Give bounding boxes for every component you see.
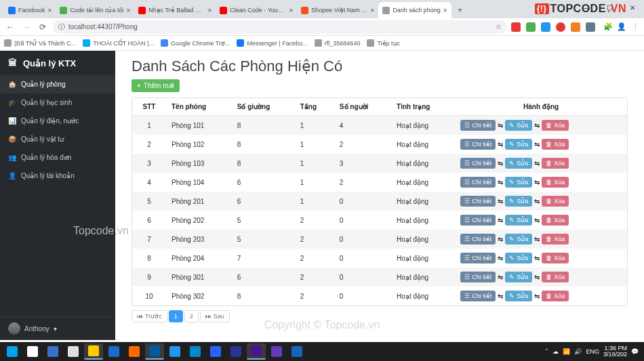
tab-close-icon[interactable]: × (443, 7, 447, 14)
edit-button[interactable]: ✎Sửa (505, 196, 532, 207)
detail-button[interactable]: ☰Chi tiết (460, 120, 496, 131)
taskbar-clock[interactable]: 1:36 PM 3/19/202 (603, 345, 627, 358)
bookmark-item[interactable]: Google Chrome Trợ... (161, 39, 230, 47)
tab-close-icon[interactable]: × (48, 7, 52, 14)
tray-lang-icon[interactable]: ENG (586, 348, 599, 355)
tab-close-icon[interactable]: × (289, 7, 293, 14)
detail-button[interactable]: ☰Chi tiết (460, 196, 496, 207)
delete-button[interactable]: 🗑Xóa (542, 291, 569, 301)
edit-button[interactable]: ✎Sửa (505, 158, 532, 169)
delete-button[interactable]: 🗑Xóa (542, 234, 569, 245)
tray-cloud-icon[interactable]: ☁ (552, 348, 559, 355)
delete-button[interactable]: 🗑Xóa (542, 158, 569, 169)
delete-button[interactable]: 🗑Xóa (542, 139, 569, 150)
edit-button[interactable]: ✎Sửa (505, 272, 532, 282)
pager-page[interactable]: 2 (184, 310, 199, 322)
delete-button[interactable]: 🗑Xóa (542, 120, 569, 131)
browser-tab[interactable]: Facebook× (4, 2, 56, 18)
edit-button[interactable]: ✎Sửa (505, 177, 532, 188)
puzzle-icon[interactable]: 🧩 (603, 22, 613, 31)
detail-button[interactable]: ☰Chi tiết (460, 215, 496, 226)
taskbar-app-ai[interactable] (125, 343, 144, 360)
delete-button[interactable]: 🗑Xóa (542, 253, 569, 263)
browser-tab[interactable]: Code tải lên của tôi× (56, 2, 134, 18)
tray-chevron-up-icon[interactable]: ˄ (545, 348, 548, 355)
browser-tab[interactable]: Shopee Việt Nam | Mua và Bá× (297, 2, 378, 18)
pager-page[interactable]: 1 (169, 310, 183, 322)
tray-notifications-icon[interactable]: 💬 (631, 348, 639, 355)
forward-button[interactable]: → (20, 22, 33, 32)
url-box[interactable]: ⓘ localhost:44307/Phong ☆ (53, 20, 507, 34)
detail-button[interactable]: ☰Chi tiết (460, 253, 496, 263)
taskbar-app-explorer[interactable] (64, 343, 83, 360)
tab-close-icon[interactable]: × (126, 7, 130, 14)
ext-icon[interactable] (526, 22, 536, 32)
app-icon (230, 346, 241, 357)
ext-icon[interactable] (541, 22, 550, 32)
taskbar-app-onenote[interactable] (267, 343, 286, 360)
taskbar-app-start[interactable] (3, 343, 22, 360)
delete-button[interactable]: 🗑Xóa (542, 177, 569, 188)
user-menu[interactable]: Anthony ▾ (0, 316, 115, 340)
sidebar-item[interactable]: 📦Quản lý vật tư (0, 130, 115, 148)
taskbar-app-ps[interactable] (226, 343, 245, 360)
delete-button[interactable]: 🗑Xóa (542, 196, 569, 207)
tab-close-icon[interactable]: × (370, 7, 374, 14)
taskbar-app-task-view[interactable] (43, 343, 62, 360)
sidebar-item[interactable]: 👥Quản lý hóa đơn (0, 148, 115, 167)
edit-button[interactable]: ✎Sửa (505, 215, 532, 226)
detail-button[interactable]: ☰Chi tiết (460, 158, 496, 169)
edit-button[interactable]: ✎Sửa (505, 234, 532, 245)
taskbar-app-search[interactable] (23, 343, 42, 360)
taskbar-app-edge[interactable] (104, 343, 123, 360)
info-icon: ⓘ (58, 22, 65, 32)
delete-button[interactable]: 🗑Xóa (542, 272, 569, 282)
tray-volume-icon[interactable]: 🔊 (574, 348, 582, 355)
browser-tab[interactable]: Nhạc Trẻ Ballad Việt Hay N× (134, 2, 216, 18)
kebab-menu-icon[interactable]: ⋮ (630, 22, 640, 31)
taskbar-app-word[interactable] (287, 343, 306, 360)
ext-icon[interactable] (556, 22, 565, 32)
ext-icon[interactable] (571, 22, 580, 32)
taskbar-app-vscode[interactable] (145, 343, 164, 360)
reload-button[interactable]: ⟳ (37, 22, 49, 32)
taskbar-app-chrome[interactable] (84, 343, 103, 360)
add-button[interactable]: + Thêm mới (132, 79, 180, 92)
edit-button[interactable]: ✎Sửa (505, 139, 532, 150)
pager-prev[interactable]: ⏮Trước (132, 310, 167, 322)
taskbar-app-vs[interactable] (247, 343, 266, 360)
ext-icon[interactable] (586, 22, 595, 32)
edit-button[interactable]: ✎Sửa (505, 253, 532, 263)
bookmark-item[interactable]: Messenger | Facebo... (237, 39, 307, 47)
browser-tab[interactable]: Clean Code - YouTube× (216, 2, 297, 18)
taskbar-app-app1[interactable] (165, 343, 184, 360)
edit-button[interactable]: ✎Sửa (505, 120, 532, 131)
tab-close-icon[interactable]: × (207, 7, 212, 14)
sidebar-item[interactable]: 🏠Quản lý phòng (0, 75, 115, 93)
taskbar-app-app2[interactable] (186, 343, 205, 360)
star-icon[interactable]: ☆ (496, 23, 502, 30)
delete-button[interactable]: 🗑Xóa (542, 215, 569, 226)
sidebar-item[interactable]: 🎓Quản lý học sinh (0, 93, 115, 112)
bookmark-item[interactable]: THOÁI CỐT HOÀN |... (83, 39, 154, 47)
bookmark-item[interactable]: rfl_35684640 (315, 39, 361, 47)
detail-button[interactable]: ☰Chi tiết (460, 234, 496, 245)
detail-button[interactable]: ☰Chi tiết (460, 272, 496, 282)
tray-wifi-icon[interactable]: 📶 (563, 348, 570, 355)
browser-tab[interactable]: Danh sách phòng× (378, 2, 451, 18)
detail-button[interactable]: ☰Chi tiết (460, 291, 496, 301)
detail-button[interactable]: ☰Chi tiết (460, 177, 496, 188)
pager-next[interactable]: ⏭Sau (200, 310, 230, 322)
taskbar-app-messenger[interactable] (206, 343, 225, 360)
bookmark-item[interactable]: (Đã Thử Và Thành C... (4, 39, 76, 47)
back-button[interactable]: ← (4, 22, 16, 32)
new-tab-button[interactable]: + (454, 4, 466, 16)
ext-icon[interactable] (511, 22, 521, 32)
sidebar-item[interactable]: 👤Quản lý tài khoản (0, 167, 115, 185)
profile-icon[interactable]: 👤 (617, 22, 626, 31)
bookmark-item[interactable]: Tiếp tục (367, 39, 400, 47)
edit-button[interactable]: ✎Sửa (505, 291, 532, 301)
detail-button[interactable]: ☰Chi tiết (460, 139, 496, 150)
sidebar-item[interactable]: 📊Quản lý điện, nước (0, 112, 115, 130)
brand[interactable]: 🏛 Quản lý KTX (0, 51, 115, 75)
